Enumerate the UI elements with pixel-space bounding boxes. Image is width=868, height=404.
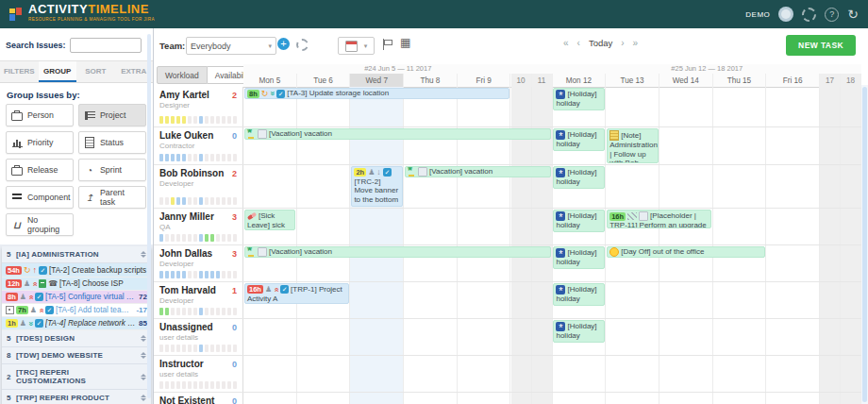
day-cell[interactable]: [841, 282, 861, 318]
day-cell[interactable]: [766, 87, 820, 126]
day-cell[interactable]: [766, 209, 820, 244]
day-cell[interactable]: [606, 356, 659, 392]
sort-icon[interactable]: [141, 335, 146, 342]
day-cell[interactable]: [713, 87, 767, 126]
milestones-flag-icon[interactable]: [383, 39, 392, 50]
day-cell[interactable]: [820, 356, 841, 392]
day-cell[interactable]: [511, 319, 532, 355]
day-header-fri-9[interactable]: Fri 9: [458, 74, 511, 87]
day-cell[interactable]: [820, 319, 841, 355]
task-bar[interactable]: 16h[TRP-1] Project Activity A: [244, 283, 349, 304]
avatar[interactable]: [778, 7, 793, 22]
day-header-thu-15[interactable]: Thu 15: [713, 74, 767, 87]
day-cell[interactable]: [243, 356, 297, 392]
task-bar[interactable]: 16h[Placeholder | TRP-11] Perform an upg…: [607, 210, 711, 228]
day-cell[interactable]: [841, 393, 861, 404]
vertical-scrollbar[interactable]: [861, 85, 868, 404]
day-cell[interactable]: [350, 319, 404, 355]
day-cell[interactable]: [350, 209, 404, 244]
task-bar[interactable]: [Vacation] vacation: [244, 128, 551, 140]
day-cell[interactable]: [841, 319, 861, 355]
day-cell[interactable]: [404, 319, 458, 355]
day-cell[interactable]: [404, 393, 458, 404]
sidebar-task[interactable]: 1h[TA-4] Replace network card85: [2, 317, 151, 330]
person-cell[interactable]: Amy Kartel2Designer: [154, 87, 243, 126]
day-cell[interactable]: [458, 209, 511, 244]
day-cell[interactable]: [458, 393, 511, 404]
day-cell[interactable]: [297, 319, 351, 355]
day-cell[interactable]: [297, 356, 351, 392]
day-cell[interactable]: [553, 393, 607, 404]
task-bar[interactable]: [Note] Administration | Follow up with B…: [607, 128, 658, 163]
task-bar[interactable]: [Holiday] holiday: [553, 320, 604, 343]
day-cell[interactable]: [766, 127, 820, 164]
day-cell[interactable]: [243, 393, 297, 404]
day-cell[interactable]: [297, 165, 351, 208]
person-cell[interactable]: John Dallas3Developer: [154, 245, 243, 281]
day-cell[interactable]: [532, 393, 553, 404]
day-cell[interactable]: [297, 393, 351, 404]
sidebar-task[interactable]: 12h[TA-8] Choose ISP: [2, 278, 151, 291]
day-cell[interactable]: [820, 209, 841, 244]
day-cell[interactable]: [841, 87, 861, 126]
day-cell[interactable]: [820, 282, 841, 318]
sidebar-task[interactable]: 54h[TA-2] Create backup scripts: [2, 263, 151, 278]
refresh-icon[interactable]: ↻: [847, 8, 859, 21]
day-cell[interactable]: [350, 393, 404, 404]
sidebar-scrollbar[interactable]: [147, 34, 151, 398]
day-cell[interactable]: [766, 393, 820, 404]
sort-icon[interactable]: [141, 395, 146, 401]
day-cell[interactable]: [713, 127, 767, 164]
sort-icon[interactable]: [141, 352, 146, 359]
task-bar[interactable]: 2h[TRC-2] Move banner to the bottom: [351, 166, 402, 207]
day-cell[interactable]: [766, 165, 820, 208]
day-cell[interactable]: [659, 319, 713, 355]
day-cell[interactable]: [243, 165, 297, 208]
person-cell[interactable]: Janny Miller3QA: [154, 209, 243, 244]
new-task-button[interactable]: NEW TASK: [786, 35, 856, 56]
task-bar[interactable]: [Holiday] holiday: [553, 128, 604, 151]
day-cell[interactable]: [606, 319, 659, 355]
day-cell[interactable]: [404, 356, 458, 392]
day-cell[interactable]: [820, 87, 841, 126]
nav-next-button[interactable]: ›: [621, 38, 624, 48]
day-cell[interactable]: [659, 356, 713, 392]
day-cell[interactable]: [766, 245, 820, 281]
group-button-project[interactable]: Project: [78, 104, 146, 126]
person-cell[interactable]: Not Existent0: [154, 393, 243, 404]
day-cell[interactable]: [606, 282, 659, 318]
day-cell[interactable]: [841, 245, 861, 281]
day-cell[interactable]: [659, 127, 713, 164]
day-cell[interactable]: [713, 209, 767, 244]
sidebar-task[interactable]: 8h[TA-5] Configure virtual net...72: [2, 291, 151, 304]
nav-prev-fast-button[interactable]: «: [563, 38, 569, 48]
day-cell[interactable]: [766, 319, 820, 355]
task-bar[interactable]: [Day Off] out of the office: [607, 246, 765, 258]
today-button[interactable]: Today: [589, 38, 612, 48]
day-header-11[interactable]: 11: [532, 74, 553, 87]
day-cell[interactable]: [659, 282, 713, 318]
day-cell[interactable]: [820, 245, 841, 281]
nav-prev-button[interactable]: ‹: [577, 38, 580, 48]
day-cell[interactable]: [841, 209, 861, 244]
day-cell[interactable]: [659, 87, 713, 126]
task-bar[interactable]: [Holiday] holiday: [553, 283, 604, 306]
day-cell[interactable]: [766, 282, 820, 318]
day-cell[interactable]: [350, 282, 404, 318]
task-bar[interactable]: [Vacation] vacation: [244, 246, 551, 258]
day-cell[interactable]: [511, 87, 532, 126]
day-cell[interactable]: [532, 319, 553, 355]
day-cell[interactable]: [243, 319, 297, 355]
tab-filters[interactable]: FILTERS: [0, 61, 39, 82]
group-button-priority[interactable]: Priority: [6, 131, 74, 154]
day-cell[interactable]: [532, 356, 553, 392]
day-cell[interactable]: [820, 165, 841, 208]
group-button-status[interactable]: Status: [78, 131, 146, 154]
day-cell[interactable]: [458, 282, 511, 318]
day-cell[interactable]: [532, 87, 553, 126]
day-cell[interactable]: [841, 165, 861, 208]
day-header-18[interactable]: 18: [841, 74, 861, 87]
group-button-component[interactable]: Component: [6, 186, 74, 209]
task-bar[interactable]: [Holiday] holiday: [553, 210, 604, 232]
day-cell[interactable]: [404, 209, 458, 244]
